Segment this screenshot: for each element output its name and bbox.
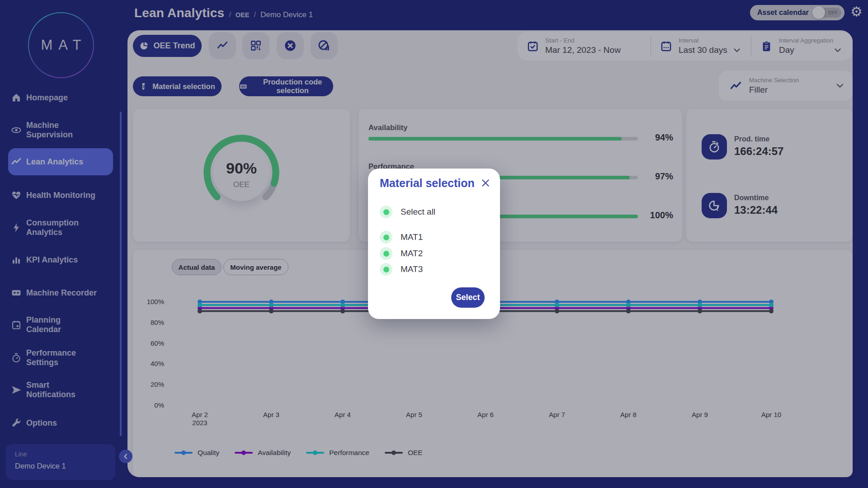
app-root: MAT Homepage Machine Supervision Lean An… [0,0,868,488]
option-label: MAT3 [401,264,423,274]
radio-selected-icon[interactable] [380,206,392,218]
option-mat2[interactable]: MAT2 [380,247,423,260]
select-button[interactable]: Select [451,287,485,308]
radio-selected-icon[interactable] [380,231,392,244]
option-label: MAT1 [401,232,423,242]
close-icon[interactable] [480,178,491,188]
radio-selected-icon[interactable] [380,263,392,276]
option-label: Select all [401,207,435,217]
option-mat1[interactable]: MAT1 [380,231,423,244]
modal-title: Material selection [380,177,475,190]
option-mat3[interactable]: MAT3 [380,263,423,276]
option-select-all[interactable]: Select all [380,206,435,218]
material-selection-modal: Material selection Select all MAT1 MAT2 … [368,169,500,319]
radio-selected-icon[interactable] [380,247,392,260]
option-label: MAT2 [401,249,423,258]
